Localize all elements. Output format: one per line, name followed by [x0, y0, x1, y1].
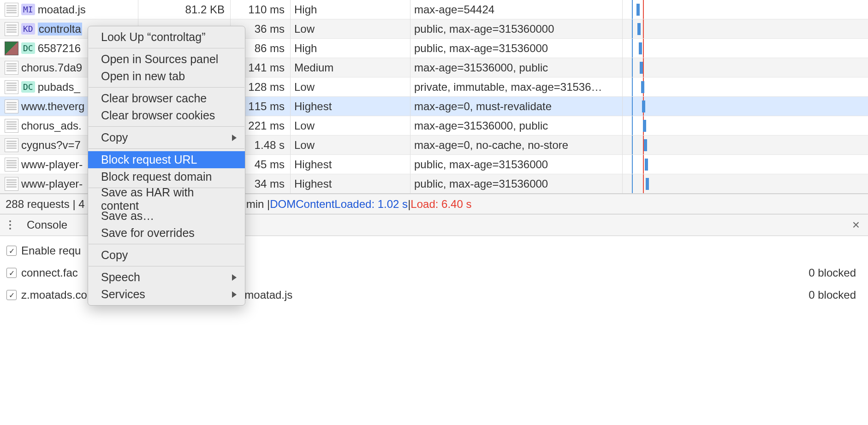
menu-item[interactable]: Clear browser cache	[88, 90, 245, 107]
domcontentloaded-marker	[632, 58, 633, 77]
document-icon	[5, 158, 18, 171]
domcontentloaded-marker	[632, 174, 633, 193]
domcontentloaded-marker	[632, 116, 633, 135]
request-name: cygnus?v=7	[21, 139, 81, 152]
menu-separator	[89, 148, 244, 149]
document-icon	[5, 138, 18, 152]
cell-waterfall	[623, 39, 868, 58]
menu-separator	[89, 87, 244, 88]
chevron-right-icon	[232, 291, 237, 298]
cell-waterfall	[623, 97, 868, 116]
summary-requests: 288 requests | 4	[6, 198, 85, 211]
cell-priority: Medium	[291, 58, 410, 77]
enable-blocking-label: Enable requ	[21, 244, 81, 257]
cell-priority: Low	[291, 77, 410, 97]
cell-waterfall	[623, 77, 868, 97]
menu-item[interactable]: Copy	[88, 247, 245, 264]
cell-name[interactable]: MImoatad.js	[0, 0, 138, 19]
cell-waterfall	[623, 19, 868, 39]
kebab-menu-icon[interactable]	[5, 219, 16, 230]
request-name: www.theverg	[21, 100, 84, 113]
domcontentloaded-marker	[632, 19, 633, 38]
waterfall-bar	[644, 139, 647, 151]
request-name: controlta	[38, 23, 82, 35]
menu-separator	[89, 48, 244, 48]
cell-cache-control: public, max-age=315360000	[410, 19, 623, 39]
chevron-right-icon	[232, 135, 237, 141]
initiator-badge: MI	[21, 4, 35, 15]
menu-separator	[89, 244, 244, 244]
cell-cache-control: max-age=0, no-cache, no-store	[410, 136, 623, 155]
enable-blocking-checkbox[interactable]: ✓	[6, 246, 17, 256]
waterfall-bar	[637, 23, 641, 35]
load-marker	[643, 0, 644, 19]
cell-time: 110 ms	[231, 0, 291, 19]
menu-item[interactable]: Open in Sources panel	[88, 51, 245, 68]
document-icon	[5, 61, 18, 75]
document-icon	[5, 22, 18, 36]
tab-console[interactable]: Console	[25, 215, 69, 235]
summary-load: Load: 6.40 s	[410, 198, 471, 211]
load-marker	[643, 155, 644, 174]
pattern-text: connect.fac	[21, 266, 78, 279]
initiator-badge: DC	[21, 42, 35, 54]
cell-cache-control: max-age=0, must-revalidate	[410, 97, 623, 116]
menu-item[interactable]: Clear browser cookies	[88, 107, 245, 124]
waterfall-bar	[639, 42, 642, 54]
pattern-checkbox[interactable]: ✓	[6, 290, 17, 300]
close-icon[interactable]: ×	[849, 218, 863, 232]
cell-waterfall	[623, 174, 868, 194]
menu-item[interactable]: Block request URL	[88, 151, 245, 168]
waterfall-bar	[636, 4, 640, 16]
cell-waterfall	[623, 116, 868, 136]
menu-item[interactable]: Save as…	[88, 207, 245, 224]
menu-item[interactable]: Services	[88, 286, 245, 303]
domcontentloaded-marker	[632, 136, 633, 154]
menu-item[interactable]: Copy	[88, 129, 245, 146]
cell-cache-control: max-age=31536000, public	[410, 116, 623, 136]
document-icon	[5, 100, 18, 113]
cell-priority: Low	[291, 116, 410, 136]
domcontentloaded-marker	[632, 0, 633, 19]
cell-waterfall	[623, 155, 868, 174]
document-icon	[5, 177, 18, 191]
domcontentloaded-marker	[632, 39, 633, 58]
domcontentloaded-marker	[632, 77, 633, 96]
waterfall-bar	[642, 100, 645, 112]
load-marker	[643, 19, 644, 38]
menu-item[interactable]: Save for overrides	[88, 224, 245, 242]
summary-mid: min |	[246, 198, 270, 211]
cell-priority: High	[291, 39, 410, 58]
cell-priority: Highest	[291, 97, 410, 116]
load-marker	[643, 39, 644, 58]
context-menu: Look Up “controltag”Open in Sources pane…	[88, 26, 245, 306]
menu-item[interactable]: Save as HAR with content	[88, 190, 245, 207]
menu-item[interactable]: Look Up “controltag”	[88, 29, 245, 46]
initiator-badge: DC	[21, 81, 35, 93]
cell-size: 81.2 KB	[138, 0, 231, 19]
cell-priority: Low	[291, 19, 410, 39]
request-name: www-player-	[21, 158, 83, 171]
waterfall-bar	[646, 178, 649, 190]
cell-waterfall	[623, 0, 868, 19]
menu-separator	[89, 126, 244, 127]
document-icon	[5, 119, 18, 133]
cell-priority: Highest	[291, 155, 410, 174]
cell-cache-control: max-age=54424	[410, 0, 623, 19]
cell-cache-control: private, immutable, max-age=31536…	[410, 77, 623, 97]
summary-domcontentloaded: DOMContentLoaded: 1.02 s	[270, 198, 408, 211]
initiator-badge: KD	[21, 23, 35, 35]
cell-priority: High	[291, 0, 410, 19]
menu-item[interactable]: Block request domain	[88, 168, 245, 185]
request-name: www-player-	[21, 177, 83, 190]
request-name: moatad.js	[38, 3, 86, 16]
cell-waterfall	[623, 58, 868, 77]
document-icon	[5, 80, 18, 94]
menu-item[interactable]: Open in new tab	[88, 68, 245, 85]
blocked-count: 0 blocked	[809, 266, 862, 279]
chevron-right-icon	[232, 274, 237, 281]
pattern-checkbox[interactable]: ✓	[6, 268, 17, 278]
menu-item[interactable]: Speech	[88, 269, 245, 286]
blocked-count: 0 blocked	[809, 289, 862, 301]
domcontentloaded-marker	[632, 155, 633, 174]
